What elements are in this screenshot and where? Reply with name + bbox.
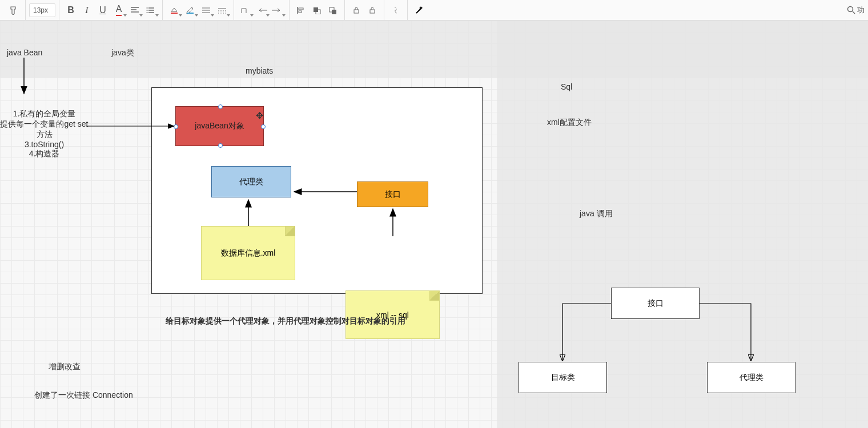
node-label: 代理类 (239, 177, 263, 187)
search-label: 功 (857, 5, 865, 15)
selection-handle[interactable] (218, 104, 223, 109)
node-label: 接口 (648, 298, 664, 309)
arrow-start-button[interactable] (254, 2, 270, 18)
node-proxy-class-2[interactable]: 代理类 (707, 362, 795, 393)
align-left-button[interactable] (293, 2, 309, 18)
bring-front-button[interactable] (309, 2, 325, 18)
line-color-button[interactable] (182, 2, 198, 18)
node-label: javaBean对象 (195, 121, 244, 131)
svg-rect-10 (332, 10, 336, 14)
node-interface-2[interactable]: 接口 (611, 288, 700, 319)
svg-rect-3 (171, 13, 178, 14)
selection-handle[interactable] (261, 124, 266, 129)
move-cursor-icon: ✥ (256, 110, 263, 121)
font-color-button[interactable]: A (111, 2, 127, 18)
connector-type-button[interactable] (238, 2, 254, 18)
font-size-value: 13px (33, 6, 48, 14)
node-interface[interactable]: 接口 (357, 181, 428, 207)
svg-rect-6 (299, 11, 302, 13)
node-javabean-obj[interactable]: javaBean对象 ✥ (175, 106, 264, 146)
svg-point-0 (147, 7, 148, 9)
note-label: 数据库信息.xml (221, 248, 276, 259)
unlock-button[interactable] (364, 2, 380, 18)
label-sql[interactable]: Sql (561, 82, 572, 91)
send-back-button[interactable] (325, 2, 341, 18)
chevron-down-icon (282, 14, 286, 17)
svg-rect-5 (299, 8, 303, 10)
node-target-class[interactable]: 目标类 (519, 362, 607, 393)
label-proxy-summary[interactable]: 给目标对象提供一个代理对象，并用代理对象控制对目标对象的引用 (166, 316, 405, 326)
line-style-button[interactable] (214, 2, 230, 18)
search-button[interactable]: 功 (847, 5, 865, 15)
diagram-canvas[interactable]: java Bean java类 mybiats Sql xml配置文件 java… (0, 21, 868, 428)
label-java-call[interactable]: java 调用 (580, 209, 613, 219)
fill-color-button[interactable] (166, 2, 182, 18)
label-connection[interactable]: 创建了一次链接 Connection (34, 390, 133, 401)
lock-button[interactable] (348, 2, 364, 18)
italic-button[interactable]: I (79, 2, 95, 18)
selection-handle[interactable] (174, 124, 178, 129)
format-painter-button[interactable] (6, 2, 22, 18)
svg-point-13 (848, 6, 853, 11)
node-proxy-class[interactable]: 代理类 (211, 166, 291, 197)
node-label: 目标类 (551, 373, 575, 383)
font-size-select[interactable]: 13px (29, 3, 55, 17)
svg-rect-12 (370, 10, 375, 13)
svg-rect-4 (187, 13, 194, 14)
label-xml-config[interactable]: xml配置文件 (547, 118, 592, 128)
svg-rect-11 (354, 10, 359, 13)
label-bean-rules[interactable]: 1.私有的全局变量 提供每一个变量的get set 方法 3.toString(… (0, 109, 89, 159)
svg-point-2 (147, 12, 148, 13)
magic-button[interactable] (411, 2, 427, 18)
node-label: 代理类 (740, 373, 763, 383)
label-java-bean[interactable]: java Bean (7, 48, 42, 57)
label-crud[interactable]: 增删改查 (49, 362, 81, 372)
bold-button[interactable]: B (63, 2, 79, 18)
align-button[interactable] (127, 2, 143, 18)
note-db-info-xml[interactable]: 数据库信息.xml (201, 226, 295, 280)
label-mybiats[interactable]: mybiats (246, 66, 273, 75)
arrow-end-button[interactable] (270, 2, 286, 18)
note-xml-sql[interactable]: xml -- sql (345, 290, 440, 339)
node-label: 接口 (385, 189, 401, 200)
chevron-down-icon (155, 14, 159, 17)
link-button[interactable] (388, 2, 404, 18)
search-icon (847, 6, 856, 15)
list-button[interactable] (143, 2, 159, 18)
selection-handle[interactable] (218, 143, 223, 148)
label-java-class[interactable]: java类 (111, 48, 134, 58)
line-width-button[interactable] (198, 2, 214, 18)
svg-point-1 (147, 10, 148, 11)
underline-button[interactable]: U (95, 2, 111, 18)
toolbar: 13px B I U A (0, 0, 868, 21)
chevron-down-icon (227, 14, 230, 17)
